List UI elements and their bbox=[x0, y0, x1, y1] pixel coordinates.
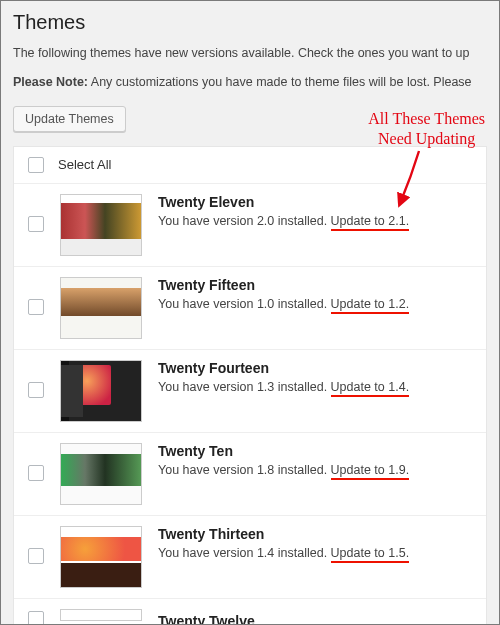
theme-version-text: You have version 1.4 installed. Update t… bbox=[158, 546, 474, 560]
update-link[interactable]: Update to 2.1. bbox=[331, 214, 410, 228]
installed-text: You have version 1.8 installed. bbox=[158, 463, 331, 477]
theme-title: Twenty Fifteen bbox=[158, 277, 474, 293]
theme-thumbnail[interactable] bbox=[60, 360, 142, 422]
update-link[interactable]: Update to 1.4. bbox=[331, 380, 410, 394]
themes-intro-text: The following themes have new versions a… bbox=[13, 44, 487, 63]
theme-thumbnail[interactable] bbox=[60, 443, 142, 505]
theme-version-text: You have version 1.0 installed. Update t… bbox=[158, 297, 474, 311]
theme-thumbnail[interactable] bbox=[60, 526, 142, 588]
select-all-row: Select All bbox=[14, 147, 486, 184]
theme-row: Twenty Eleven You have version 2.0 insta… bbox=[14, 184, 486, 267]
theme-version-text: You have version 1.3 installed. Update t… bbox=[158, 380, 474, 394]
theme-title: Twenty Fourteen bbox=[158, 360, 474, 376]
installed-text: You have version 1.4 installed. bbox=[158, 546, 331, 560]
update-themes-button[interactable]: Update Themes bbox=[13, 106, 126, 132]
themes-list-panel: Select All Twenty Eleven You have versio… bbox=[13, 146, 487, 626]
annotation-underline bbox=[331, 312, 410, 314]
theme-title: Twenty Twelve bbox=[158, 613, 474, 626]
note-text: Any customizations you have made to them… bbox=[88, 75, 472, 89]
theme-thumbnail[interactable] bbox=[60, 609, 142, 621]
installed-text: You have version 1.0 installed. bbox=[158, 297, 331, 311]
theme-checkbox[interactable] bbox=[28, 465, 44, 481]
annotation-underline bbox=[331, 229, 410, 231]
theme-version-text: You have version 1.8 installed. Update t… bbox=[158, 463, 474, 477]
theme-row: Twenty Ten You have version 1.8 installe… bbox=[14, 433, 486, 516]
theme-checkbox[interactable] bbox=[28, 216, 44, 232]
theme-title: Twenty Ten bbox=[158, 443, 474, 459]
annotation-underline bbox=[331, 478, 410, 480]
update-link[interactable]: Update to 1.5. bbox=[331, 546, 410, 560]
annotation-underline bbox=[331, 561, 410, 563]
update-link[interactable]: Update to 1.9. bbox=[331, 463, 410, 477]
theme-row: Twenty Twelve bbox=[14, 599, 486, 626]
select-all-checkbox[interactable] bbox=[28, 157, 44, 173]
theme-row: Twenty Thirteen You have version 1.4 ins… bbox=[14, 516, 486, 599]
theme-title: Twenty Eleven bbox=[158, 194, 474, 210]
note-label: Please Note: bbox=[13, 75, 88, 89]
theme-version-text: You have version 2.0 installed. Update t… bbox=[158, 214, 474, 228]
themes-note: Please Note: Any customizations you have… bbox=[13, 73, 487, 92]
installed-text: You have version 2.0 installed. bbox=[158, 214, 331, 228]
select-all-label[interactable]: Select All bbox=[58, 157, 111, 172]
theme-checkbox[interactable] bbox=[28, 382, 44, 398]
theme-title: Twenty Thirteen bbox=[158, 526, 474, 542]
theme-row: Twenty Fifteen You have version 1.0 inst… bbox=[14, 267, 486, 350]
theme-checkbox[interactable] bbox=[28, 299, 44, 315]
update-link[interactable]: Update to 1.2. bbox=[331, 297, 410, 311]
theme-thumbnail[interactable] bbox=[60, 194, 142, 256]
theme-row: Twenty Fourteen You have version 1.3 ins… bbox=[14, 350, 486, 433]
installed-text: You have version 1.3 installed. bbox=[158, 380, 331, 394]
themes-heading: Themes bbox=[13, 11, 487, 34]
theme-checkbox[interactable] bbox=[28, 611, 44, 626]
theme-thumbnail[interactable] bbox=[60, 277, 142, 339]
annotation-underline bbox=[331, 395, 410, 397]
theme-checkbox[interactable] bbox=[28, 548, 44, 564]
